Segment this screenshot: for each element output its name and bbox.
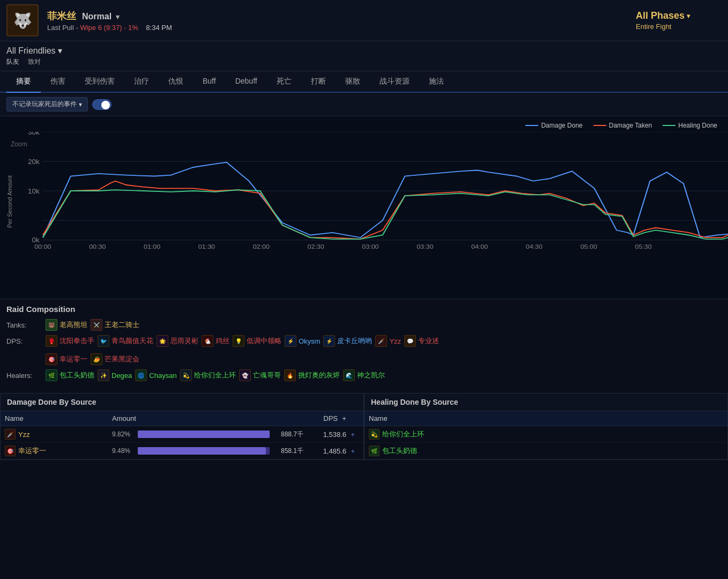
healing-row-1-name[interactable]: 给你们全上环 <box>382 429 424 439</box>
dps4-icon: 🐔 <box>202 335 213 347</box>
dps5-name[interactable]: 低调中领略 <box>247 336 281 346</box>
tab-resources[interactable]: 战斗资源 <box>370 71 419 93</box>
dps6-icon: ⚡ <box>285 335 296 347</box>
tank2-name[interactable]: 王老二骑士 <box>105 320 139 330</box>
player-tag-healer1: 🌿 包工头奶德 <box>46 369 94 381</box>
svg-text:00:00: 00:00 <box>34 243 51 250</box>
legend-damage-taken: Damage Taken <box>593 122 652 129</box>
svg-text:02:00: 02:00 <box>253 243 270 250</box>
dps2-name[interactable]: 青鸟颜值天花 <box>112 336 153 346</box>
chart-plot[interactable]: 30k 20k 10k 0k 00:00 00:30 01:00 01:30 0… <box>15 132 728 271</box>
healing-row-2: 🌿 包工头奶德 <box>365 443 727 459</box>
pull-label: Last Pull <box>47 24 74 32</box>
damage-done-table: Damage Done By Source Name Amount DPS + … <box>0 393 364 460</box>
damage-row-lucky-name[interactable]: 幸运零一 <box>18 446 46 456</box>
tab-buff[interactable]: Buff <box>193 71 226 93</box>
raid-composition: Raid Composition Tanks: 🐻 老高熊坦 ⚔️ 王老二骑士 … <box>0 299 728 391</box>
healer2-name[interactable]: Degea <box>112 372 132 380</box>
player-tag-tank1: 🐻 老高熊坦 <box>46 319 87 331</box>
svg-text:02:30: 02:30 <box>308 243 325 250</box>
bottom-section: Damage Done By Source Name Amount DPS + … <box>0 393 728 460</box>
healing-row-1: 💫 给你们全上环 <box>365 426 727 443</box>
chart-wrapper: Per Second Amount 30k 20k 10k 0k <box>0 132 728 271</box>
healers-players: 🌿 包工头奶德 ✨ Degea 🌀 Chaysan 💫 给你们全上环 👻 亡魂哥… <box>46 369 385 381</box>
legend-healing-done: Healing Done <box>663 122 717 129</box>
phases-title[interactable]: All Phases ▾ <box>636 10 722 21</box>
tab-damage[interactable]: 伤害 <box>41 71 75 93</box>
dps4-name[interactable]: 鸡丝 <box>216 336 229 346</box>
phases-sub: Entire Fight <box>636 23 722 31</box>
tab-threat[interactable]: 仇恨 <box>159 71 193 93</box>
y-axis-label: Per Second Amount <box>4 132 15 271</box>
damage-col-amount: Amount <box>112 414 295 422</box>
legend-damage-done: Damage Done <box>525 122 582 129</box>
dps3-icon: 🌟 <box>157 335 168 347</box>
damage-col-dps: DPS <box>295 414 338 422</box>
chart-legend: Damage Done Damage Taken Healing Done <box>0 122 728 132</box>
dps2-icon: 🐦 <box>98 335 109 347</box>
dropdown-arrow[interactable]: ▾ <box>116 13 120 21</box>
svg-text:03:00: 03:00 <box>362 243 379 250</box>
healing-row-2-name[interactable]: 包工头奶德 <box>382 446 417 456</box>
dps1-name[interactable]: 沈阳拳击手 <box>60 336 94 346</box>
dps8-name[interactable]: Yzz <box>389 337 401 345</box>
dps-row: DPS: 🥊 沈阳拳击手 🐦 青鸟颜值天花 🌟 思雨灵彬 🐔 鸡丝 💡 低调中领… <box>6 335 722 365</box>
player-tag-healer5: 👻 亡魂哥哥 <box>239 369 281 381</box>
healing-row-1-name-cell: 💫 给你们全上环 <box>369 429 723 440</box>
tab-casts[interactable]: 施法 <box>419 71 454 93</box>
damage-row-yzz: 🗡️ Yzz 9.82% 888.7千 1,538.6 + <box>1 426 363 443</box>
dps3-name[interactable]: 思雨灵彬 <box>170 336 198 346</box>
toggle-button[interactable] <box>92 99 112 110</box>
raid-comp-title: Raid Composition <box>6 305 722 314</box>
player-tag-healer2: ✨ Degea <box>98 369 132 381</box>
healer4-name[interactable]: 给你们全上环 <box>194 370 236 380</box>
dps-label: DPS: <box>6 335 41 345</box>
dps6-name[interactable]: Okysm <box>299 337 320 345</box>
tab-damage-taken[interactable]: 受到伤害 <box>75 71 124 93</box>
damage-row-yzz-plus[interactable]: + <box>346 430 359 439</box>
svg-text:20k: 20k <box>28 158 40 165</box>
header-title: 菲米丝 Normal ▾ <box>47 10 627 23</box>
dps9-name[interactable]: 专业述 <box>418 336 439 346</box>
tab-healing[interactable]: 治疗 <box>124 71 159 93</box>
tab-debuff[interactable]: Debuff <box>226 71 267 93</box>
player-tag-healer6: 🔥 挑灯奥的灰烬 <box>284 369 340 381</box>
svg-text:30k: 30k <box>28 132 40 136</box>
tab-dispels[interactable]: 驱散 <box>336 71 370 93</box>
tab-enemy[interactable]: 致对 <box>28 57 41 66</box>
damage-row-yzz-name[interactable]: Yzz <box>18 430 30 439</box>
damage-row-lucky-plus[interactable]: + <box>346 447 359 455</box>
tab-interrupts[interactable]: 打断 <box>301 71 336 93</box>
healer2-icon: ✨ <box>98 369 109 381</box>
dps10-name[interactable]: 幸运零一 <box>60 354 87 364</box>
tab-summary[interactable]: 摘要 <box>6 71 41 93</box>
chart-svg: 30k 20k 10k 0k 00:00 00:30 01:00 01:30 0… <box>15 132 728 250</box>
friendlies-title[interactable]: All Friendlies ▾ <box>6 46 722 56</box>
healer6-name[interactable]: 挑灯奥的灰烬 <box>298 370 340 380</box>
healer3-name[interactable]: Chaysan <box>149 372 176 380</box>
healer7-name[interactable]: 神之凯尔 <box>357 370 385 380</box>
legend-damage-done-line <box>525 125 538 126</box>
svg-text:04:30: 04:30 <box>526 243 543 250</box>
dps11-name[interactable]: 芒果黑淀会 <box>105 354 139 364</box>
healer5-name[interactable]: 亡魂哥哥 <box>253 370 281 380</box>
healer1-name[interactable]: 包工头奶德 <box>60 370 94 380</box>
tab-deaths[interactable]: 死亡 <box>267 71 301 93</box>
damage-row-lucky-bar <box>138 447 270 455</box>
tab-friendly[interactable]: 队友 <box>6 57 19 66</box>
damage-row-lucky-dps: 1,485.6 <box>303 447 346 455</box>
legend-damage-done-label: Damage Done <box>541 122 582 129</box>
damage-row-lucky-val: 858.1千 <box>274 447 303 456</box>
healer4-icon: 💫 <box>180 369 192 381</box>
damage-row-yzz-icon: 🗡️ <box>5 429 16 440</box>
tank1-name[interactable]: 老高熊坦 <box>60 320 87 330</box>
filter-button[interactable]: 不记录玩家死后的事件 ▾ <box>6 97 88 112</box>
healing-row-1-icon: 💫 <box>369 429 380 440</box>
phases-dropdown-arrow: ▾ <box>687 12 690 20</box>
dps7-name[interactable]: 皮卡丘哟哟 <box>337 336 372 346</box>
chart-area: Damage Done Damage Taken Healing Done Zo… <box>0 116 728 299</box>
damage-row-yzz-pct: 9.82% <box>112 430 133 438</box>
header-subtitle: Last Pull - Wipe 6 (9:37) - 1% 8:34 PM <box>47 24 627 32</box>
tanks-label: Tanks: <box>6 319 41 329</box>
tanks-players: 🐻 老高熊坦 ⚔️ 王老二骑士 <box>46 319 139 331</box>
